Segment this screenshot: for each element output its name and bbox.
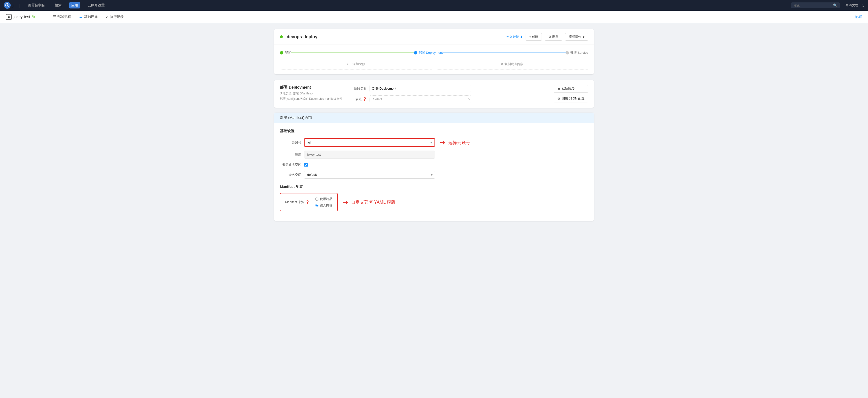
manifest-source-help-icon: ❓ <box>305 200 309 204</box>
top-search-input[interactable] <box>794 4 831 7</box>
manifest-source-text: Manifest 来源 <box>285 200 304 204</box>
perm-link-icon: ⬇ <box>520 35 523 39</box>
manifest-section: 部署 (Manifest) 配置 基础设置 云账号 jol ▾ ➜ 选择云账号 <box>274 112 594 221</box>
stage-fields: 阶段名称 依赖 ❓ Select... <box>352 85 544 103</box>
pipeline-actions-row: + + 添加阶段 ⧉ 复制现有阶段 <box>274 55 594 74</box>
namespace-field: default ▾ <box>304 171 435 179</box>
copy-stage-button[interactable]: ⧉ 复制现有阶段 <box>436 59 588 69</box>
cloud-select-wrapper: jol ▾ <box>304 138 435 147</box>
logo-icon <box>4 2 11 9</box>
nav-item-search[interactable]: 搜索 <box>53 2 63 8</box>
step-deploy-dot <box>414 51 417 55</box>
main-content: devops-deploy 永久链接 ⬇ + 创建 ⚙ 配置 流程操作 ▾ 配置 <box>265 23 603 227</box>
manifest-source-radio-group: 使用制品 输入内容 <box>315 197 333 207</box>
override-ns-label: 覆盖命名空间 <box>280 162 304 167</box>
refresh-icon[interactable]: ↻ <box>32 14 35 19</box>
manifest-config-title: Manifest 配置 <box>280 185 588 189</box>
manifest-section-title: 部署 (Manifest) 配置 <box>280 115 313 120</box>
basic-settings-title: 基础设置 <box>280 129 588 133</box>
cloud-account-select[interactable]: jol <box>305 139 434 146</box>
override-ns-checkbox[interactable] <box>304 163 308 167</box>
app-brand: ▣ jokey-test ↻ <box>6 14 35 20</box>
stage-config-header: 部署 Deployment 阶段类型: 部署 (Manifest) 部署 yam… <box>274 80 594 108</box>
nav-infrastructure[interactable]: ☁ 基础设施 <box>79 13 98 20</box>
depends-row: 依赖 ❓ Select... <box>352 95 544 103</box>
pipeline-header-actions: 永久链接 ⬇ + 创建 ⚙ 配置 流程操作 ▾ <box>506 33 588 41</box>
step-line-2 <box>443 53 565 53</box>
nav-deploy-flow[interactable]: ☰ 部署流程 <box>53 13 71 20</box>
source-input-option[interactable]: 输入内容 <box>315 203 333 207</box>
infrastructure-icon: ☁ <box>79 14 83 19</box>
nav-item-cloud-settings[interactable]: 云账号设置 <box>86 2 106 8</box>
gear-icon: ⚙ <box>557 97 560 100</box>
namespace-select-wrapper: default ▾ <box>304 171 435 179</box>
nav-item-apps[interactable]: 应用 <box>69 2 80 8</box>
stage-info: 部署 Deployment 阶段类型: 部署 (Manifest) 部署 yam… <box>280 85 342 101</box>
source-input-radio[interactable] <box>315 204 318 207</box>
user-avatar[interactable]: jc <box>862 4 864 7</box>
nav-exec-records[interactable]: ✓ 执行记录 <box>105 13 124 20</box>
flow-ops-label: 流程操作 <box>569 35 581 39</box>
manifest-body: 基础设置 云账号 jol ▾ ➜ 选择云账号 <box>274 123 594 221</box>
logo: j <box>4 2 13 9</box>
stage-name-label: 阶段名称 <box>352 87 367 91</box>
infrastructure-label: 基础设施 <box>84 15 98 19</box>
stage-name-input[interactable] <box>370 85 471 92</box>
app-name: jokey-test <box>13 15 30 19</box>
app-input <box>304 151 435 159</box>
exec-records-icon: ✓ <box>105 14 108 19</box>
override-ns-field <box>304 163 435 167</box>
step-config-dot <box>280 51 283 55</box>
namespace-label: 命名空间 <box>280 173 304 177</box>
perm-link[interactable]: 永久链接 ⬇ <box>506 35 523 39</box>
create-button[interactable]: + 创建 <box>526 33 542 41</box>
cloud-annotation-text: 选择云账号 <box>448 140 470 145</box>
nav-item-console[interactable]: 部署控制台 <box>26 2 47 8</box>
stage-config-card: 部署 Deployment 阶段类型: 部署 (Manifest) 部署 yam… <box>274 80 594 108</box>
app-field <box>304 151 435 159</box>
manifest-source-label: Manifest 来源 ❓ <box>285 200 309 204</box>
deploy-flow-icon: ☰ <box>53 14 56 19</box>
cloud-account-row: 云账号 jol ▾ ➜ 选择云账号 <box>280 138 588 147</box>
pipeline-steps: 配置 部署 Deployment 部署 Service <box>274 45 594 55</box>
override-ns-row: 覆盖命名空间 <box>280 162 588 167</box>
depends-select[interactable]: Select... <box>370 95 471 103</box>
cloud-account-annotation: ➜ 选择云账号 <box>440 138 470 146</box>
copy-stage-label: 复制现有阶段 <box>504 62 523 66</box>
manifest-section-header: 部署 (Manifest) 配置 <box>274 112 594 123</box>
step-service-label: 部署 Service <box>570 51 588 55</box>
app-icon: ▣ <box>6 14 12 20</box>
stage-type: 阶段类型: 部署 (Manifest) <box>280 91 342 96</box>
edit-json-button[interactable]: ⚙ 编辑 JSON 配置 <box>554 95 588 102</box>
manifest-annotation-text: 自定义部署 YAML 模版 <box>351 199 396 205</box>
source-artifact-radio[interactable] <box>315 198 318 201</box>
config-button[interactable]: ⚙ 配置 <box>545 33 562 41</box>
logo-user: j <box>12 3 13 7</box>
depends-label: 依赖 ❓ <box>352 97 367 101</box>
manifest-source-row: Manifest 来源 ❓ 使用制品 输入内容 <box>280 193 588 211</box>
pipeline-status-dot <box>280 35 283 38</box>
sub-navigation: ▣ jokey-test ↻ ☰ 部署流程 ☁ 基础设施 ✓ 执行记录 配置 <box>0 11 868 23</box>
namespace-select[interactable]: default <box>304 171 435 179</box>
search-icon: 🔍 <box>833 3 837 7</box>
manifest-config-section: Manifest 配置 Manifest 来源 ❓ 使用制品 <box>280 185 588 211</box>
stage-name-row: 阶段名称 <box>352 85 544 92</box>
deploy-flow-label: 部署流程 <box>57 15 71 19</box>
app-row: 应用 <box>280 151 588 159</box>
flow-ops-button[interactable]: 流程操作 ▾ <box>565 33 588 41</box>
manifest-source-box: Manifest 来源 ❓ 使用制品 输入内容 <box>280 193 338 211</box>
cloud-account-label: 云账号 <box>280 140 304 145</box>
stage-title: 部署 Deployment <box>280 85 342 90</box>
add-stage-plus-icon: + <box>347 62 349 66</box>
source-artifact-option[interactable]: 使用制品 <box>315 197 333 201</box>
add-stage-label: + 添加阶段 <box>350 62 365 66</box>
namespace-row: 命名空间 default ▾ <box>280 171 588 179</box>
manifest-source-annotation: ➜ 自定义部署 YAML 模版 <box>343 198 396 206</box>
remove-stage-button[interactable]: 🗑 移除阶段 <box>554 85 588 93</box>
help-docs[interactable]: 帮助文档 <box>845 3 858 7</box>
add-stage-button[interactable]: + + 添加阶段 <box>280 59 432 69</box>
step-service-dot <box>565 51 569 55</box>
flow-ops-arrow-icon: ▾ <box>583 35 585 39</box>
top-navigation: j | 部署控制台 搜索 应用 云账号设置 🔍 帮助文档 jc <box>0 0 868 11</box>
config-link[interactable]: 配置 <box>855 14 862 19</box>
